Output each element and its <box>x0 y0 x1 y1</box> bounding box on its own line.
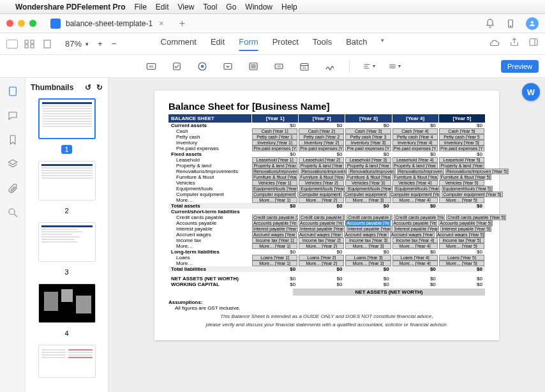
form-field[interactable]: Equipment/tools [Year <box>299 186 345 192</box>
form-field[interactable]: Accounts payable [Ye <box>252 220 297 226</box>
form-field[interactable]: More… [Year 4] <box>392 197 438 203</box>
form-field[interactable]: Petty cash [Year 3 <box>345 134 391 140</box>
page-thumbnail-2[interactable] <box>38 161 96 200</box>
form-field[interactable]: Equipment/tools [Year <box>394 186 440 192</box>
form-field[interactable]: Vehicles [Year 1] <box>252 180 297 186</box>
minimize-window-icon[interactable] <box>18 20 25 27</box>
page-thumbnail-3[interactable] <box>38 222 96 262</box>
form-field[interactable]: Accrued wages [Year <box>298 232 343 237</box>
form-field[interactable]: Equipment/tools [Year <box>347 186 392 192</box>
form-field[interactable]: More… [Year 5] <box>439 197 484 203</box>
form-field[interactable]: Furniture & fitout [Yea <box>346 174 391 180</box>
attachments-panel-icon[interactable] <box>7 183 19 194</box>
form-field[interactable]: Credit cards payable [ <box>299 215 345 220</box>
form-field[interactable]: Inventory [Year 5] <box>439 140 484 146</box>
form-field[interactable]: Accrued wages [Year <box>390 232 435 237</box>
zoom-value[interactable]: 87% <box>65 39 82 49</box>
form-field[interactable]: Interest payable [Year <box>394 226 440 232</box>
form-field[interactable]: Renovations/improven <box>301 169 348 174</box>
tab-tools[interactable]: Tools <box>313 37 332 51</box>
form-field[interactable]: Pre-paid expenses [Y <box>252 146 297 151</box>
form-field[interactable]: Accounts payable [Ye <box>392 220 437 226</box>
form-field[interactable]: Cash [Year 5] <box>439 128 484 134</box>
form-field[interactable]: More… [Year 1] <box>252 197 297 203</box>
form-field[interactable]: Furniture & fitout [Yea <box>392 174 438 180</box>
form-field[interactable]: Renovations/improven <box>252 169 299 174</box>
preview-button[interactable]: Preview <box>501 60 539 73</box>
document-tab[interactable]: balance-sheet-template-1 × <box>44 14 170 33</box>
form-field[interactable]: More… [Year 4] <box>392 260 438 266</box>
form-field[interactable]: More… [Year 3] <box>345 197 391 203</box>
form-field[interactable]: Property & land [Year <box>392 163 438 169</box>
form-field[interactable]: Equipment/tools [Year 5] <box>442 186 493 192</box>
form-field[interactable]: More… [Year 1] <box>252 243 297 249</box>
form-field[interactable]: Interest payable [Year <box>347 226 392 232</box>
sidebar-toggle-icon[interactable] <box>6 40 18 49</box>
listbox-tool-icon[interactable] <box>247 60 260 73</box>
word-export-button[interactable]: W <box>522 83 540 101</box>
form-field[interactable]: Loans [Year 5] <box>439 255 484 260</box>
tab-edit[interactable]: Edit <box>211 37 225 51</box>
form-field[interactable]: Computer equipment <box>343 192 387 197</box>
menu-view[interactable]: View <box>178 3 195 11</box>
form-field[interactable]: Petty cash [Year 4 <box>392 134 438 140</box>
new-tab-button[interactable]: + <box>179 18 185 29</box>
form-field[interactable]: Loans [Year 4] <box>392 255 438 260</box>
search-panel-icon[interactable] <box>7 207 19 218</box>
menu-file[interactable]: File <box>135 3 147 11</box>
form-field[interactable]: Credit cards payable [Year 5] <box>446 215 506 220</box>
form-field[interactable]: Pre-paid expenses [Y <box>392 146 438 151</box>
form-field[interactable]: Computer equipment [Ye <box>389 192 440 197</box>
form-field[interactable]: Vehicles [Year 3] <box>345 180 391 186</box>
rotate-right-icon[interactable]: ↻ <box>96 83 103 92</box>
form-field[interactable]: Accounts payable [Ye <box>299 220 344 226</box>
zoom-in-button[interactable]: + <box>98 39 103 49</box>
form-field[interactable]: Income tax [Year 1] <box>252 237 297 243</box>
date-tool-icon[interactable]: 31 <box>298 60 311 73</box>
form-field[interactable]: Vehicles [Year 2] <box>299 180 344 186</box>
menu-help[interactable]: Help <box>281 3 297 11</box>
zoom-dropdown-icon[interactable]: ▾ <box>86 41 89 47</box>
form-field[interactable]: Interest payable [Year 5] <box>440 226 491 232</box>
cloud-sync-icon[interactable] <box>489 37 500 50</box>
form-field[interactable]: Accrued wages [Year <box>344 232 389 237</box>
form-field[interactable]: Furniture & fitout [Yea <box>299 174 344 180</box>
form-field[interactable]: Vehicles [Year 5] <box>439 180 484 186</box>
form-field[interactable]: More… [Year 5] <box>439 260 484 266</box>
page-thumbnail-5[interactable] <box>38 345 96 378</box>
form-field[interactable]: Credit cards payable [ <box>252 215 298 220</box>
form-field[interactable]: Leasehold [Year 2] <box>299 157 344 163</box>
app-name[interactable]: Wondershare PDFelement Pro <box>15 3 126 11</box>
form-field[interactable]: Furniture & fitout [Year 5] <box>440 174 492 180</box>
form-field[interactable]: Petty cash [Year 1 <box>252 134 297 140</box>
menu-go[interactable]: Go <box>226 3 236 11</box>
form-field[interactable]: Leasehold [Year 4] <box>392 157 438 163</box>
form-field[interactable]: Income tax [Year 3] <box>345 237 391 243</box>
signature-tool-icon[interactable] <box>324 60 336 73</box>
close-tab-icon[interactable]: × <box>159 19 164 28</box>
user-avatar[interactable] <box>526 17 539 30</box>
tab-comment[interactable]: Comment <box>161 37 197 51</box>
close-window-icon[interactable] <box>6 20 13 27</box>
form-field[interactable]: Cash [Year 3] <box>345 128 391 134</box>
form-field[interactable]: More… [Year 3] <box>345 243 391 249</box>
form-field[interactable]: Cash [Year 2] <box>299 128 344 134</box>
form-field[interactable]: Computer equipment <box>297 192 341 197</box>
form-field[interactable]: Leasehold [Year 3] <box>345 157 391 163</box>
form-field[interactable]: More… [Year 4] <box>392 243 438 249</box>
form-field[interactable]: Accounts payable [Year 5] <box>438 220 493 226</box>
tab-form[interactable]: Form <box>239 37 258 51</box>
form-field[interactable]: Renovations/improven <box>348 169 396 174</box>
form-field[interactable]: Cash [Year 1] <box>252 128 297 134</box>
form-field[interactable]: Accrued wages [Year 5] <box>436 232 486 237</box>
menu-window[interactable]: Window <box>245 3 272 11</box>
rotate-left-icon[interactable]: ↺ <box>85 83 91 92</box>
properties-icon[interactable] <box>528 37 539 50</box>
form-field[interactable]: Loans [Year 3] <box>345 255 391 260</box>
form-field[interactable]: Vehicles [Year 4] <box>392 180 438 186</box>
menu-edit[interactable]: Edit <box>156 3 169 11</box>
page-thumbnail-4[interactable] <box>38 283 96 323</box>
form-field[interactable]: Income tax [Year 5] <box>439 237 484 243</box>
menu-tool[interactable]: Tool <box>203 3 217 11</box>
form-field[interactable]: Property & land [Year <box>252 163 297 169</box>
